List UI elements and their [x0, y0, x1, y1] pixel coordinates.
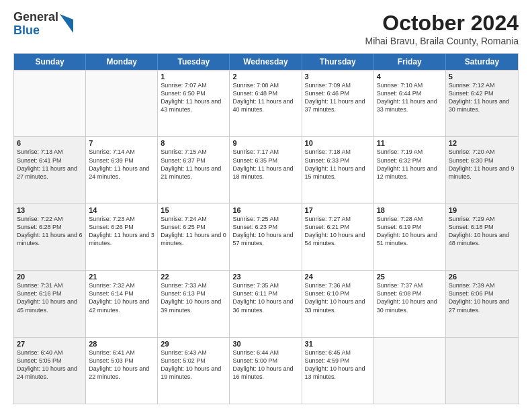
weekday-header: Friday — [374, 54, 446, 70]
day-number: 10 — [305, 139, 371, 147]
day-number: 8 — [161, 139, 226, 147]
day-number: 27 — [17, 340, 83, 348]
day-number: 31 — [305, 340, 371, 348]
day-number: 25 — [377, 273, 443, 281]
calendar-cell: 14Sunrise: 7:23 AM Sunset: 6:26 PM Dayli… — [86, 204, 158, 270]
calendar-cell — [86, 71, 158, 136]
header: General Blue October 2024 Mihai Bravu, B… — [13, 11, 519, 46]
day-number: 6 — [17, 139, 83, 147]
weekday-header: Sunday — [14, 54, 86, 70]
day-number: 20 — [17, 273, 83, 281]
day-number: 3 — [305, 73, 371, 81]
calendar-cell: 24Sunrise: 7:36 AM Sunset: 6:10 PM Dayli… — [302, 271, 374, 336]
day-number: 17 — [305, 206, 371, 214]
calendar-cell: 16Sunrise: 7:25 AM Sunset: 6:23 PM Dayli… — [230, 204, 302, 270]
calendar-cell: 11Sunrise: 7:19 AM Sunset: 6:32 PM Dayli… — [374, 137, 446, 203]
calendar-row: 13Sunrise: 7:22 AM Sunset: 6:28 PM Dayli… — [14, 203, 518, 270]
day-number: 9 — [232, 139, 298, 147]
day-number: 23 — [232, 273, 298, 281]
weekday-header: Wednesday — [230, 54, 302, 70]
cell-info: Sunrise: 6:45 AM Sunset: 4:59 PM Dayligh… — [305, 349, 371, 381]
day-number: 29 — [161, 340, 226, 348]
cell-info: Sunrise: 7:32 AM Sunset: 6:14 PM Dayligh… — [89, 281, 154, 314]
weekday-header: Saturday — [446, 54, 518, 70]
calendar-cell: 17Sunrise: 7:27 AM Sunset: 6:21 PM Dayli… — [302, 204, 374, 270]
day-number: 15 — [161, 206, 226, 214]
calendar-body: 1Sunrise: 7:07 AM Sunset: 6:50 PM Daylig… — [14, 70, 518, 404]
calendar-cell: 22Sunrise: 7:33 AM Sunset: 6:13 PM Dayli… — [158, 271, 230, 336]
cell-info: Sunrise: 7:14 AM Sunset: 6:39 PM Dayligh… — [89, 148, 154, 181]
calendar-cell: 19Sunrise: 7:29 AM Sunset: 6:18 PM Dayli… — [446, 204, 518, 270]
location: Mihai Bravu, Braila County, Romania — [365, 36, 519, 46]
day-number: 24 — [305, 273, 371, 281]
day-number: 7 — [89, 139, 154, 147]
svg-marker-0 — [60, 14, 73, 33]
calendar-cell: 1Sunrise: 7:07 AM Sunset: 6:50 PM Daylig… — [158, 71, 230, 136]
calendar-cell: 12Sunrise: 7:20 AM Sunset: 6:30 PM Dayli… — [446, 137, 518, 203]
cell-info: Sunrise: 7:28 AM Sunset: 6:19 PM Dayligh… — [377, 215, 443, 248]
calendar-cell: 10Sunrise: 7:18 AM Sunset: 6:33 PM Dayli… — [302, 137, 374, 203]
cell-info: Sunrise: 7:13 AM Sunset: 6:41 PM Dayligh… — [17, 148, 83, 181]
calendar-cell: 2Sunrise: 7:08 AM Sunset: 6:48 PM Daylig… — [230, 71, 302, 136]
weekday-header: Tuesday — [158, 54, 230, 70]
calendar-row: 20Sunrise: 7:31 AM Sunset: 6:16 PM Dayli… — [14, 270, 518, 336]
day-number: 16 — [232, 206, 298, 214]
calendar-cell: 25Sunrise: 7:37 AM Sunset: 6:08 PM Dayli… — [374, 271, 446, 336]
calendar-cell: 20Sunrise: 7:31 AM Sunset: 6:16 PM Dayli… — [14, 271, 86, 336]
cell-info: Sunrise: 7:17 AM Sunset: 6:35 PM Dayligh… — [232, 148, 298, 181]
logo-text: General Blue — [13, 11, 58, 38]
day-number: 14 — [89, 206, 154, 214]
day-number: 30 — [232, 340, 298, 348]
calendar-cell: 28Sunrise: 6:41 AM Sunset: 5:03 PM Dayli… — [86, 338, 158, 404]
calendar-page: General Blue October 2024 Mihai Bravu, B… — [0, 0, 532, 411]
cell-info: Sunrise: 6:44 AM Sunset: 5:00 PM Dayligh… — [232, 349, 298, 381]
calendar-cell: 15Sunrise: 7:24 AM Sunset: 6:25 PM Dayli… — [158, 204, 230, 270]
weekday-header: Monday — [86, 54, 158, 70]
cell-info: Sunrise: 7:29 AM Sunset: 6:18 PM Dayligh… — [449, 215, 515, 248]
calendar-cell: 9Sunrise: 7:17 AM Sunset: 6:35 PM Daylig… — [230, 137, 302, 203]
calendar-cell — [374, 338, 446, 404]
cell-info: Sunrise: 7:25 AM Sunset: 6:23 PM Dayligh… — [232, 215, 298, 248]
day-number: 1 — [161, 73, 226, 81]
cell-info: Sunrise: 7:36 AM Sunset: 6:10 PM Dayligh… — [305, 281, 371, 314]
day-number: 2 — [232, 73, 298, 81]
calendar-cell: 8Sunrise: 7:15 AM Sunset: 6:37 PM Daylig… — [158, 137, 230, 203]
cell-info: Sunrise: 7:10 AM Sunset: 6:44 PM Dayligh… — [377, 81, 443, 114]
cell-info: Sunrise: 6:40 AM Sunset: 5:05 PM Dayligh… — [17, 349, 83, 381]
calendar-row: 27Sunrise: 6:40 AM Sunset: 5:05 PM Dayli… — [14, 337, 518, 404]
cell-info: Sunrise: 7:19 AM Sunset: 6:32 PM Dayligh… — [377, 148, 443, 181]
calendar-cell: 21Sunrise: 7:32 AM Sunset: 6:14 PM Dayli… — [86, 271, 158, 336]
day-number: 4 — [377, 73, 443, 81]
calendar-cell — [446, 338, 518, 404]
day-number: 12 — [449, 139, 515, 147]
calendar-row: 6Sunrise: 7:13 AM Sunset: 6:41 PM Daylig… — [14, 136, 518, 203]
cell-info: Sunrise: 7:15 AM Sunset: 6:37 PM Dayligh… — [161, 148, 226, 181]
cell-info: Sunrise: 7:39 AM Sunset: 6:06 PM Dayligh… — [449, 281, 515, 314]
cell-info: Sunrise: 7:31 AM Sunset: 6:16 PM Dayligh… — [17, 281, 83, 314]
cell-info: Sunrise: 7:20 AM Sunset: 6:30 PM Dayligh… — [449, 148, 515, 181]
calendar-cell: 5Sunrise: 7:12 AM Sunset: 6:42 PM Daylig… — [446, 71, 518, 136]
calendar-cell: 4Sunrise: 7:10 AM Sunset: 6:44 PM Daylig… — [374, 71, 446, 136]
cell-info: Sunrise: 7:18 AM Sunset: 6:33 PM Dayligh… — [305, 148, 371, 181]
calendar: SundayMondayTuesdayWednesdayThursdayFrid… — [13, 53, 519, 404]
day-number: 26 — [449, 273, 515, 281]
calendar-cell: 23Sunrise: 7:35 AM Sunset: 6:11 PM Dayli… — [230, 271, 302, 336]
weekday-header: Thursday — [302, 54, 374, 70]
calendar-cell: 30Sunrise: 6:44 AM Sunset: 5:00 PM Dayli… — [230, 338, 302, 404]
calendar-row: 1Sunrise: 7:07 AM Sunset: 6:50 PM Daylig… — [14, 70, 518, 136]
month-title: October 2024 — [365, 11, 519, 36]
cell-info: Sunrise: 7:27 AM Sunset: 6:21 PM Dayligh… — [305, 215, 371, 248]
day-number: 5 — [449, 73, 515, 81]
title-area: October 2024 Mihai Bravu, Braila County,… — [365, 11, 519, 46]
day-number: 13 — [17, 206, 83, 214]
cell-info: Sunrise: 7:37 AM Sunset: 6:08 PM Dayligh… — [377, 281, 443, 314]
calendar-cell: 6Sunrise: 7:13 AM Sunset: 6:41 PM Daylig… — [14, 137, 86, 203]
cell-info: Sunrise: 7:09 AM Sunset: 6:46 PM Dayligh… — [305, 81, 371, 114]
cell-info: Sunrise: 7:33 AM Sunset: 6:13 PM Dayligh… — [161, 281, 226, 314]
cell-info: Sunrise: 7:35 AM Sunset: 6:11 PM Dayligh… — [232, 281, 298, 314]
calendar-cell: 29Sunrise: 6:43 AM Sunset: 5:02 PM Dayli… — [158, 338, 230, 404]
day-number: 22 — [161, 273, 226, 281]
calendar-cell: 13Sunrise: 7:22 AM Sunset: 6:28 PM Dayli… — [14, 204, 86, 270]
cell-info: Sunrise: 6:43 AM Sunset: 5:02 PM Dayligh… — [161, 349, 226, 381]
day-number: 18 — [377, 206, 443, 214]
